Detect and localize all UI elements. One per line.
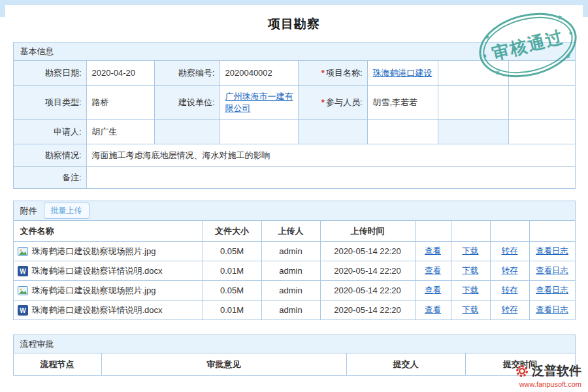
survey-no-label: 勘察编号: [154, 61, 220, 86]
vendor-url: www.fanpusoft.com [515, 380, 581, 388]
build-unit-label: 建设单位: [154, 86, 220, 120]
file-size: 0.05M [203, 242, 261, 261]
applicant-value: 胡广生 [86, 120, 154, 144]
download-link[interactable]: 下载 [463, 246, 479, 255]
project-type-label: 项目类型: [13, 86, 86, 120]
applicant-label: 申请人: [13, 120, 86, 144]
project-type-value: 路桥 [86, 86, 154, 120]
remark-value [86, 167, 575, 189]
word-icon: W [18, 266, 28, 276]
empty-cell [508, 86, 575, 120]
column-header-uploadtime: 上传时间 [320, 221, 415, 242]
column-header-approval-opinion: 审批意见 [101, 353, 346, 376]
file-uploader: admin [261, 281, 320, 301]
column-header-filesize: 文件大小 [203, 221, 261, 242]
download-link[interactable]: 下载 [463, 266, 479, 275]
file-uploader: admin [261, 261, 320, 281]
empty-cell [220, 120, 298, 144]
project-name-label: *项目名称: [298, 61, 367, 86]
file-size: 0.01M [203, 261, 261, 281]
file-uploader: admin [261, 301, 320, 320]
svg-text:W: W [20, 268, 26, 275]
star-icon: ★ [483, 33, 491, 41]
transfer-link[interactable]: 转存 [502, 246, 518, 255]
table-row: 备注: [13, 167, 575, 189]
file-name: 珠海鹤港口建设勘察详情说明.docx [32, 304, 163, 316]
view-log-link[interactable]: 查看日志 [536, 266, 568, 275]
column-header-empty [490, 221, 529, 242]
view-log-link[interactable]: 查看日志 [536, 286, 568, 295]
view-link[interactable]: 查看 [425, 246, 441, 255]
view-link[interactable]: 查看 [425, 286, 441, 295]
empty-label-cell [154, 120, 220, 144]
file-upload-time: 2020-05-14 22:20 [320, 261, 415, 281]
view-link[interactable]: 查看 [425, 266, 441, 275]
file-name: 珠海鹤港口建设勘察详情说明.docx [32, 265, 163, 277]
column-header-uploader: 上传人 [261, 221, 320, 242]
empty-label-cell [298, 120, 367, 144]
empty-cell [367, 120, 438, 144]
file-name: 珠海鹤港口建设勘察现场照片.jpg [32, 246, 156, 257]
view-link[interactable]: 查看 [425, 305, 441, 314]
column-header-submit-time: 提交时间 [465, 353, 575, 376]
basic-info-table: 基本信息 勘察日期: 2020-04-20 勘察编号: 2020040002 *… [13, 42, 576, 189]
table-row: 申请人: 胡广生 [13, 120, 575, 144]
download-link[interactable]: 下载 [463, 305, 479, 314]
column-header-flow-node: 流程节点 [13, 353, 101, 376]
table-row: 勘察情况: 海面施工考虑海底地层情况、海水对施工的影响 [13, 144, 575, 167]
project-name-value: 珠海鹤港口建设 [367, 61, 438, 86]
required-asterisk: * [321, 97, 325, 107]
survey-situation-value: 海面施工考虑海底地层情况、海水对施工的影响 [86, 144, 575, 167]
image-icon [18, 286, 28, 296]
transfer-link[interactable]: 转存 [502, 305, 518, 314]
column-header-empty [415, 221, 451, 242]
download-link[interactable]: 下载 [463, 286, 479, 295]
column-header-filename: 文件名称 [13, 221, 203, 242]
approval-section-title: 流程审批 [13, 335, 575, 353]
file-size: 0.01M [203, 301, 261, 320]
survey-no-value: 2020040002 [220, 61, 298, 86]
page-corner-left [0, 5, 5, 17]
table-row: 勘察日期: 2020-04-20 勘察编号: 2020040002 *项目名称:… [13, 61, 575, 86]
empty-cell [508, 120, 575, 144]
page-title: 项目勘察 [0, 16, 588, 33]
participants-value: 胡雪,李若若 [367, 86, 438, 120]
attachments-section-title: 附件 [20, 205, 37, 217]
attachments-table: 附件 批量上传 文件名称 文件大小 上传人 上传时间 珠海鹤港口建设勘察现场照片… [13, 201, 576, 320]
approval-flow-table: 流程审批 流程节点 审批意见 提交人 提交时间 [13, 335, 576, 376]
survey-date-value: 2020-04-20 [86, 61, 154, 86]
empty-cell [438, 86, 508, 120]
table-row: 珠海鹤港口建设勘察现场照片.jpg 0.05M admin 2020-05-14… [13, 242, 575, 261]
survey-date-label: 勘察日期: [13, 61, 86, 86]
project-name-link[interactable]: 珠海鹤港口建设 [373, 68, 433, 78]
page-corner-right [583, 5, 588, 17]
survey-situation-label: 勘察情况: [13, 144, 86, 167]
table-row: 项目类型: 路桥 建设单位: 广州珠海市一建有限公司 *参与人员: 胡雪,李若若 [13, 86, 575, 120]
svg-text:W: W [20, 307, 26, 314]
table-row: W 珠海鹤港口建设勘察详情说明.docx 0.01M admin 2020-05… [13, 261, 575, 281]
transfer-link[interactable]: 转存 [502, 286, 518, 295]
view-log-link[interactable]: 查看日志 [536, 246, 568, 255]
build-unit-link[interactable]: 广州珠海市一建有限公司 [225, 91, 293, 113]
table-row: W 珠海鹤港口建设勘察详情说明.docx 0.01M admin 2020-05… [13, 301, 575, 320]
required-asterisk: * [321, 68, 325, 78]
file-size: 0.05M [203, 281, 261, 301]
build-unit-value: 广州珠海市一建有限公司 [220, 86, 298, 120]
view-log-link[interactable]: 查看日志 [536, 305, 568, 314]
file-upload-time: 2020-05-14 22:20 [320, 242, 415, 261]
column-header-empty [451, 221, 490, 242]
basic-info-section-title: 基本信息 [13, 42, 575, 61]
empty-label-cell [438, 120, 508, 144]
file-name: 珠海鹤港口建设勘察现场照片.jpg [32, 285, 156, 297]
image-icon [18, 246, 28, 257]
batch-upload-button[interactable]: 批量上传 [44, 203, 90, 219]
table-row: 珠海鹤港口建设勘察现场照片.jpg 0.05M admin 2020-05-14… [13, 281, 575, 301]
remark-label: 备注: [13, 167, 86, 189]
file-upload-time: 2020-05-14 22:20 [320, 301, 415, 320]
empty-cell [508, 61, 575, 86]
transfer-link[interactable]: 转存 [502, 266, 518, 275]
word-icon: W [18, 305, 28, 316]
column-header-empty [529, 221, 575, 242]
page-top-strip [0, 0, 588, 5]
column-header-submitter: 提交人 [346, 353, 465, 376]
